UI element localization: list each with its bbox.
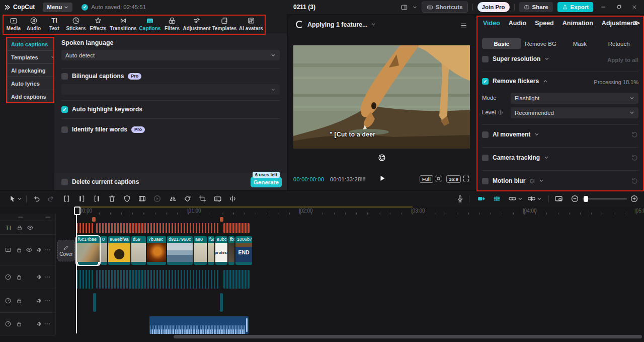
video-caption-overlay[interactable]: " [Cut to a deer [330,131,375,138]
remove-flickers-checkbox[interactable]: ✓ [482,78,489,85]
sidebar-item-auto-lyrics[interactable]: Auto lyrics [7,77,59,90]
lock-icon[interactable] [16,320,23,327]
tab-audio-inspector[interactable]: Audio [509,20,526,27]
lock-icon[interactable] [16,246,23,253]
sync-icon[interactable] [378,154,386,162]
tab-adjustment[interactable]: Adjustment [182,15,211,33]
audio-track-segment[interactable] [223,270,250,289]
caption-marker[interactable] [92,217,96,222]
lock-icon[interactable] [16,297,23,304]
lock-icon[interactable] [16,224,23,231]
filler-words-checkbox[interactable] [61,126,68,133]
preview-frames-button[interactable] [554,194,563,203]
speaker-icon[interactable] [36,297,43,304]
super-resolution-checkbox[interactable] [482,56,489,62]
tab-audio[interactable]: Audio [23,15,44,33]
subtab-remove-bg[interactable]: Remove BG [521,38,560,49]
auto-align-toggle[interactable] [493,194,501,203]
caption-list-icon[interactable] [359,175,366,183]
maximize-button[interactable] [613,2,624,13]
info-icon[interactable] [529,178,535,184]
sidebar-item-auto-captions[interactable]: Auto captions [7,37,59,51]
timeline-clip[interactable]: 7b3aec [147,236,166,265]
layout-panels-icon[interactable] [400,4,408,11]
export-button[interactable]: Export [557,2,593,12]
sidebar-item-templates[interactable]: Templates [7,50,59,64]
timeline-zoom-out-button[interactable] [571,194,579,203]
generate-button[interactable]: Generate 6 uses left [251,177,282,187]
chevron-down-icon[interactable] [544,56,549,61]
track-header-video[interactable] [0,235,55,265]
link-clips-button[interactable] [508,194,517,203]
caption-track-segment[interactable] [223,223,250,233]
subtab-basic[interactable]: Basic [482,38,521,49]
track-header-audio-3[interactable] [0,313,55,335]
audio-track-segment[interactable] [76,270,94,289]
tab-captions[interactable]: Captions [138,15,162,33]
tab-stickers[interactable]: Stickers [64,15,88,33]
timeline-clip[interactable]: d59 [131,236,146,265]
timeline-clip[interactable]: d9217968c [167,236,193,265]
caption-track-segment[interactable] [96,223,220,233]
more-options-icon[interactable] [45,320,51,327]
motion-blur-checkbox[interactable] [482,178,489,184]
ai-movement-checkbox[interactable] [482,131,489,138]
tab-filters[interactable]: Filters [162,15,182,33]
speaker-icon[interactable] [36,320,43,327]
eye-icon[interactable] [26,246,33,253]
caption-edit-button[interactable] [213,194,222,203]
quality-badge[interactable]: Full [420,175,433,183]
select-tool-button[interactable] [8,194,17,203]
auto-highlight-checkbox[interactable]: ✓ [61,106,68,113]
timeline-clip[interactable]: f6c14bae [76,236,100,265]
join-pro-button[interactable]: Join Pro [477,2,510,12]
reset-icon[interactable] [631,131,638,139]
tab-animation[interactable]: Animation [562,20,593,27]
delete-captions-checkbox[interactable] [61,179,68,185]
timeline-clip[interactable]: 0 [101,236,107,265]
redo-button[interactable] [47,194,55,203]
preview-status[interactable]: Applying 1 feature... [296,21,376,28]
horizontal-scrollbar[interactable] [174,335,642,338]
sound-effect-clip[interactable] [220,293,223,312]
timeline[interactable]: 00:00 |01:00 |02:00 |03:00 |04:00 |05:00… [0,207,644,342]
timeline-clip[interactable]: f5a [208,236,214,265]
info-icon[interactable] [498,110,503,115]
tab-media[interactable]: Media [4,15,23,33]
tab-ai-avatars[interactable]: AI avatars [237,15,265,33]
split-button[interactable] [62,194,71,203]
caption-track-segment[interactable] [76,223,94,233]
chevron-down-icon[interactable] [539,178,544,183]
layout-chevron-icon[interactable] [413,5,417,10]
share-button[interactable]: Share [519,2,553,12]
timeline-clip[interactable]: ae0 [194,236,207,265]
link-chevron[interactable] [518,196,523,201]
preview-zoom-icon[interactable] [435,175,442,182]
speaker-icon[interactable] [36,273,43,281]
subtab-retouch[interactable]: Retouch [599,38,638,49]
play-button[interactable] [378,174,386,182]
delete-left-button[interactable] [77,194,86,203]
delete-button[interactable] [108,194,116,203]
level-select[interactable]: Recommended [511,107,638,118]
eye-icon[interactable] [27,224,34,231]
preview-menu-icon[interactable] [460,22,467,29]
minimize-button[interactable] [598,2,609,13]
timeline-clip[interactable]: fb5 [228,236,234,265]
timeline-clip[interactable]: e3bc4e6protest [215,236,227,265]
reverse-button[interactable] [153,194,162,203]
unlink-chevron[interactable] [537,196,542,201]
magnetic-snap-toggle[interactable] [477,194,486,203]
timeline-zoom-slider[interactable] [583,198,627,199]
camera-tracking-checkbox[interactable] [482,155,489,161]
sidebar-item-add-captions[interactable]: Add captions [7,90,59,103]
shortcuts-button[interactable]: Shortcuts [422,2,468,13]
close-button[interactable] [629,2,640,13]
playhead-line[interactable] [76,209,77,333]
bilingual-language-select[interactable] [61,84,280,95]
tab-effects[interactable]: Effects [88,15,109,33]
chevron-down-icon[interactable] [544,155,549,160]
subtab-mask[interactable]: Mask [560,38,600,49]
sound-effect-clip[interactable] [93,293,96,312]
aspect-ratio-badge[interactable]: 16:9 [446,175,461,183]
